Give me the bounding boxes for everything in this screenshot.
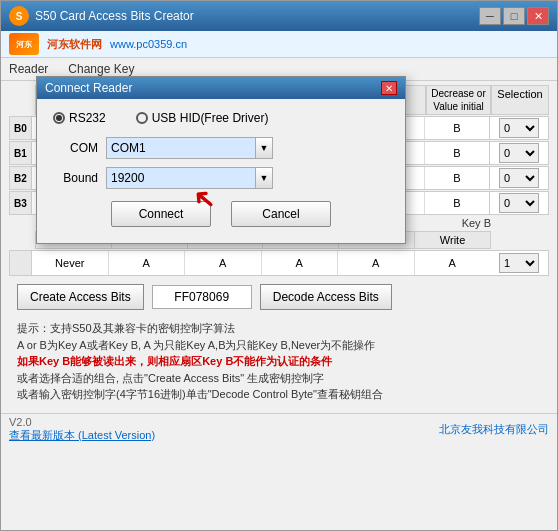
dialog-title-text: Connect Reader xyxy=(45,81,132,95)
decode-access-bits-button[interactable]: Decode Access Bits xyxy=(260,284,392,310)
header-selection: Selection xyxy=(491,85,549,115)
com-dropdown-arrow[interactable]: ▼ xyxy=(255,137,273,159)
info-line-1: 提示：支持S50及其兼容卡的密钥控制字算法 xyxy=(17,320,541,337)
minimize-button[interactable]: ─ xyxy=(479,7,501,25)
row-label-b2: B2 xyxy=(10,167,32,189)
radio-usb[interactable]: USB HID(Free Driver) xyxy=(136,111,269,125)
lower-cell-selection: 1023 xyxy=(490,251,548,275)
hex-input[interactable] xyxy=(152,285,252,309)
lower-row-spacer xyxy=(10,251,32,275)
cell-b2-selection: 0123 4567 xyxy=(490,167,548,189)
cancel-button[interactable]: Cancel xyxy=(231,201,331,227)
watermark-url: www.pc0359.cn xyxy=(110,38,187,50)
select-b3[interactable]: 0123 4567 xyxy=(499,193,539,213)
version-area: V2.0 查看最新版本 (Latest Version) xyxy=(9,416,155,443)
select-b2[interactable]: 0123 4567 xyxy=(499,168,539,188)
select-b1[interactable]: 0123 4567 xyxy=(499,143,539,163)
connect-button[interactable]: Connect xyxy=(111,201,211,227)
maximize-button[interactable]: □ xyxy=(503,7,525,25)
lower-header-write3: Write xyxy=(415,232,490,248)
latest-version-link[interactable]: 查看最新版本 (Latest Version) xyxy=(9,429,155,441)
select-lower[interactable]: 1023 xyxy=(499,253,539,273)
footer: V2.0 查看最新版本 (Latest Version) 北京友我科技有限公司 xyxy=(1,413,557,445)
app-logo: S xyxy=(9,6,29,26)
radio-row: RS232 USB HID(Free Driver) xyxy=(53,111,389,125)
title-bar: S S50 Card Access Bits Creator ─ □ ✕ xyxy=(1,1,557,31)
lower-cell-1: A xyxy=(109,251,186,275)
bound-row: Bound ▼ xyxy=(53,167,389,189)
header-decrease: Decrease orValue initial xyxy=(426,85,491,115)
lower-cell-3: A xyxy=(262,251,339,275)
close-button[interactable]: ✕ xyxy=(527,7,549,25)
dialog-content: RS232 USB HID(Free Driver) COM ▼ Bound xyxy=(37,99,405,243)
window-controls: ─ □ ✕ xyxy=(479,7,549,25)
bound-input-wrapper: ▼ xyxy=(106,167,273,189)
cell-b1-selection: 0123 4567 xyxy=(490,142,548,164)
version-label: V2.0 xyxy=(9,416,32,428)
com-input-wrapper: ▼ xyxy=(106,137,273,159)
radio-usb-circle xyxy=(136,112,148,124)
dialog-title-bar: Connect Reader ✕ xyxy=(37,77,405,99)
cell-b3-selection: 0123 4567 xyxy=(490,192,548,214)
cell-b3-decrease: B xyxy=(425,192,490,214)
lower-data-row: Never A A A A A 1023 xyxy=(9,250,549,276)
info-line-bold: 如果Key B能够被读出来，则相应扇区Key B不能作为认证的条件 xyxy=(17,353,541,370)
connect-reader-dialog: Connect Reader ✕ RS232 USB HID(Free Driv… xyxy=(36,76,406,244)
radio-usb-label: USB HID(Free Driver) xyxy=(152,111,269,125)
com-input[interactable] xyxy=(106,137,256,159)
lower-cell-0: Never xyxy=(32,251,109,275)
watermark-bar: 河东 河东软件网 www.pc0359.cn xyxy=(1,31,557,58)
select-b0[interactable]: 0123 4567 xyxy=(499,118,539,138)
lower-cell-4: A xyxy=(338,251,415,275)
com-label: COM xyxy=(53,141,98,155)
dialog-close-button[interactable]: ✕ xyxy=(381,81,397,95)
dialog-buttons: Connect Cancel xyxy=(53,201,389,231)
cell-b0-decrease: B xyxy=(425,117,490,139)
row-label-b3: B3 xyxy=(10,192,32,214)
info-area: 提示：支持S50及其兼容卡的密钥控制字算法 A or B为Key A或者Key … xyxy=(9,316,549,407)
lower-cell-5: A xyxy=(415,251,491,275)
bound-dropdown-arrow[interactable]: ▼ xyxy=(255,167,273,189)
cell-b1-decrease: B xyxy=(425,142,490,164)
radio-rs232-circle xyxy=(53,112,65,124)
radio-rs232[interactable]: RS232 xyxy=(53,111,106,125)
row-label-b1: B1 xyxy=(10,142,32,164)
create-access-bits-button[interactable]: Create Access Bits xyxy=(17,284,144,310)
radio-rs232-label: RS232 xyxy=(69,111,106,125)
row-label-b0: B0 xyxy=(10,117,32,139)
bound-input[interactable] xyxy=(106,167,256,189)
bound-label: Bound xyxy=(53,171,98,185)
com-row: COM ▼ xyxy=(53,137,389,159)
info-line-6: 或者输入密钥控制字(4字节16进制)单击"Decode Control Byte… xyxy=(17,386,541,403)
watermark-logo: 河东 xyxy=(9,33,39,55)
cell-b0-selection: 0123 4567 xyxy=(490,117,548,139)
window-title: S50 Card Access Bits Creator xyxy=(35,9,479,23)
watermark-site: 河东软件网 xyxy=(47,37,102,52)
info-line-5: 或者选择合适的组合, 点击"Create Access Bits" 生成密钥控制… xyxy=(17,370,541,387)
lower-cell-2: A xyxy=(185,251,262,275)
info-line-2: A or B为Key A或者Key B, A 为只能Key A,B为只能Key … xyxy=(17,337,541,354)
bottom-action-bar: Create Access Bits Decode Access Bits xyxy=(9,278,549,316)
cell-b2-decrease: B xyxy=(425,167,490,189)
company-label: 北京友我科技有限公司 xyxy=(439,422,549,437)
main-window: S S50 Card Access Bits Creator ─ □ ✕ 河东 … xyxy=(0,0,558,531)
